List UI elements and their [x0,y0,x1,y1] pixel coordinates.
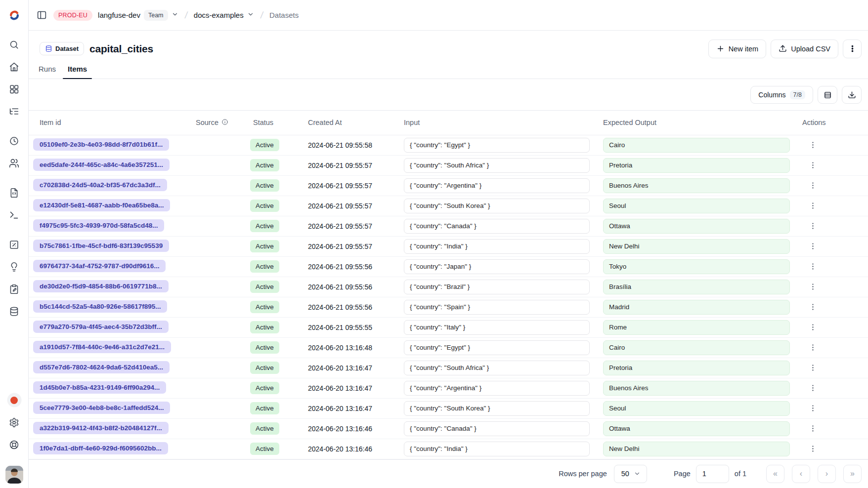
upload-csv-button[interactable]: Upload CSV [771,40,838,58]
tab-runs[interactable]: Runs [34,59,61,79]
info-icon[interactable] [221,119,228,127]
row-actions-button[interactable] [805,381,820,396]
export-button[interactable] [842,86,862,104]
expected-output-value[interactable]: Ottawa [603,219,790,234]
expected-output-value[interactable]: New Delhi [603,239,790,254]
next-page-button[interactable]: › [818,465,836,483]
expected-output-value[interactable]: Cairo [603,138,790,153]
row-actions-button[interactable] [805,340,820,355]
row-actions-button[interactable] [805,280,820,294]
expected-output-value[interactable]: Cairo [603,340,790,355]
row-actions-button[interactable] [805,300,820,315]
page-number-input[interactable] [696,465,729,483]
row-actions-button[interactable] [805,158,820,173]
breadcrumb-section[interactable]: Datasets [269,11,299,19]
new-item-button[interactable]: New item [708,40,766,58]
expected-output-value[interactable]: Pretoria [603,158,790,173]
row-actions-button[interactable] [805,401,820,416]
expected-output-value[interactable]: Seoul [603,401,790,416]
input-value[interactable]: { "country": "South Africa" } [404,361,590,375]
input-value[interactable]: { "country": "Canada" } [404,421,590,436]
sidebar-item-prompts[interactable] [5,184,23,202]
input-value[interactable]: { "country": "Brazil" } [404,280,590,294]
row-actions-button[interactable] [805,421,820,436]
sidebar-item-dashboards[interactable] [5,80,23,98]
expected-output-value[interactable]: Buenos Aires [603,381,790,396]
first-page-button[interactable]: « [766,465,784,483]
tab-items[interactable]: Items [63,59,92,79]
row-actions-button[interactable] [805,442,820,456]
expected-output-value[interactable]: Madrid [603,300,790,315]
previous-page-button[interactable]: ‹ [792,465,810,483]
item-id-link[interactable]: b5c144cd-52a5-4a80-926e-58617f895... [33,300,167,313]
user-avatar[interactable] [5,466,23,484]
item-id-link[interactable]: eed5dafe-244f-465c-a84c-4a6e357251... [33,159,170,171]
recording-status-indicator[interactable] [5,391,23,409]
last-page-button[interactable]: » [843,465,862,483]
input-value[interactable]: { "country": "Canada" } [404,219,590,234]
row-actions-button[interactable] [805,219,820,234]
input-value[interactable]: { "country": "South Korea" } [404,401,590,416]
item-id-link[interactable]: 5cee7779-3e00-4eb8-be8c-1affedd524... [33,402,170,414]
item-id-link[interactable]: 1f0e7da1-dbff-4e60-929d-f6095602bb... [33,442,168,454]
item-id-link[interactable]: b75c7861-1fbe-45cf-bdf6-83f139c95539 [33,240,169,252]
rows-per-page-select[interactable]: 50 [614,465,647,483]
input-value[interactable]: { "country": "Egypt" } [404,340,590,355]
expected-output-value[interactable]: New Delhi [603,442,790,456]
row-actions-button[interactable] [805,239,820,254]
item-id-cell: 1d45b0e7-b85a-4231-9149-6ff90a294... [29,378,188,398]
item-id-link[interactable]: a1910d57-7f84-440c-9e46-a31c2d7e21... [33,341,171,353]
project-switcher[interactable]: docs-examples [194,11,254,19]
sidebar-item-home[interactable] [5,58,23,76]
row-actions-button[interactable] [805,259,820,274]
item-id-link[interactable]: 69764737-34af-4752-9787-d90df9616... [33,260,166,272]
expected-output-value[interactable]: Pretoria [603,361,790,375]
sidebar-item-search[interactable] [5,36,23,53]
input-value[interactable]: { "country": "Argentina" } [404,381,590,396]
input-value[interactable]: { "country": "South Korea" } [404,199,590,213]
input-value[interactable]: { "country": "Japan" } [404,259,590,274]
sidebar-item-support[interactable] [5,436,23,453]
sidebar-toggle-button[interactable] [36,9,48,21]
input-value[interactable]: { "country": "Italy" } [404,320,590,335]
columns-button[interactable]: Columns 7/8 [750,86,813,104]
item-id-link[interactable]: e779a270-579a-4f45-aec4-35b72d3bff... [33,321,169,333]
sidebar-item-evaluation[interactable] [5,236,23,253]
sidebar-item-datasets[interactable] [5,302,23,320]
sidebar-item-sessions[interactable] [5,132,23,150]
sidebar-item-settings[interactable] [5,413,23,431]
input-value[interactable]: { "country": "South Africa" } [404,158,590,173]
dataset-more-actions-button[interactable] [843,40,862,58]
row-actions-button[interactable] [805,320,820,335]
item-id-link[interactable]: d557e7d6-7802-4624-9da6-52d410ea5... [33,361,170,373]
input-value[interactable]: { "country": "Egypt" } [404,138,590,153]
input-value[interactable]: { "country": "India" } [404,239,590,254]
sidebar-item-playground[interactable] [5,206,23,224]
sidebar-item-users[interactable] [5,154,23,172]
sidebar-item-annotation[interactable] [5,280,23,298]
row-actions-button[interactable] [805,138,820,153]
input-value[interactable]: { "country": "Argentina" } [404,178,590,193]
sidebar-item-tracing[interactable] [5,102,23,120]
input-value[interactable]: { "country": "Spain" } [404,300,590,315]
item-id-link[interactable]: e12430df-5e81-4687-aabb-f0ea65be8a... [33,199,170,211]
expected-output-value[interactable]: Buenos Aires [603,178,790,193]
expected-output-value[interactable]: Rome [603,320,790,335]
input-value[interactable]: { "country": "India" } [404,442,590,456]
item-id-link[interactable]: de30d2e0-f5d9-4854-88b6-0619771b8... [33,280,169,292]
expected-output-value[interactable]: Brasília [603,280,790,294]
item-id-link[interactable]: f4975c95-5fc3-4939-970d-58fa5cd48... [33,219,164,232]
expected-output-value[interactable]: Seoul [603,199,790,213]
row-actions-button[interactable] [805,361,820,375]
sidebar-item-suggestions[interactable] [5,258,23,276]
row-actions-button[interactable] [805,199,820,213]
item-id-link[interactable]: 1d45b0e7-b85a-4231-9149-6ff90a294... [33,381,166,394]
expected-output-value[interactable]: Ottawa [603,421,790,436]
item-id-link[interactable]: 05109ef0-2e3b-4e03-98dd-8f7d01b61f... [33,138,169,151]
expected-output-value[interactable]: Tokyo [603,259,790,274]
row-height-button[interactable] [818,86,837,104]
row-actions-button[interactable] [805,178,820,193]
organization-switcher[interactable]: langfuse-dev Team [98,10,178,21]
item-id-link[interactable]: c702838d-24d5-40a2-bf35-67dc3a3df... [33,179,167,191]
item-id-link[interactable]: a322b319-9412-4f43-b8f2-b20484127f... [33,422,169,434]
